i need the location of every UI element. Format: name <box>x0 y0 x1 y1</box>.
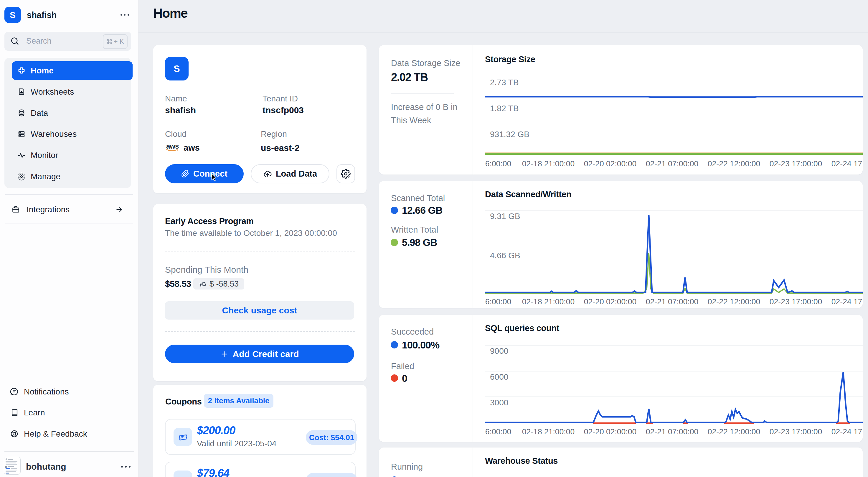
svg-text:9.31 GB: 9.31 GB <box>490 212 520 221</box>
svg-text:02-23 17:00:00: 02-23 17:00:00 <box>770 159 822 168</box>
svg-text:02-20 02:00:00: 02-20 02:00:00 <box>584 297 637 305</box>
svg-text:6:00:00: 6:00:00 <box>485 297 511 305</box>
svg-text:02-18 21:00:00: 02-18 21:00:00 <box>522 427 575 436</box>
svg-text:02-21 07:00:00: 02-21 07:00:00 <box>646 427 698 436</box>
svg-text:1.82 TB: 1.82 TB <box>490 104 519 113</box>
svg-text:02-22 12:00:00: 02-22 12:00:00 <box>708 427 760 436</box>
svg-text:02-18 21:00:00: 02-18 21:00:00 <box>522 159 575 168</box>
svg-text:02-24 17:00:00: 02-24 17:00:00 <box>832 427 863 436</box>
svg-text:02-24 17:00:00: 02-24 17:00:00 <box>832 297 863 305</box>
svg-text:4.66 GB: 4.66 GB <box>490 251 520 260</box>
svg-text:02-23 17:00:00: 02-23 17:00:00 <box>770 427 822 436</box>
svg-text:02-20 02:00:00: 02-20 02:00:00 <box>584 159 637 168</box>
svg-text:6:00:00: 6:00:00 <box>485 159 511 168</box>
svg-text:6:00:00: 6:00:00 <box>485 427 511 436</box>
svg-text:9000: 9000 <box>490 347 508 356</box>
svg-text:3000: 3000 <box>490 398 508 407</box>
svg-text:02-18 21:00:00: 02-18 21:00:00 <box>522 297 575 305</box>
svg-text:02-23 17:00:00: 02-23 17:00:00 <box>770 297 822 305</box>
svg-text:931.32 GB: 931.32 GB <box>490 130 529 139</box>
svg-text:02-20 02:00:00: 02-20 02:00:00 <box>584 427 637 436</box>
svg-text:02-21 07:00:00: 02-21 07:00:00 <box>646 159 698 168</box>
svg-text:02-22 12:00:00: 02-22 12:00:00 <box>708 297 760 305</box>
svg-text:2.73 TB: 2.73 TB <box>490 78 519 87</box>
svg-text:02-21 07:00:00: 02-21 07:00:00 <box>646 297 698 305</box>
svg-text:02-24 17:00:00: 02-24 17:00:00 <box>832 159 863 168</box>
svg-text:02-22 12:00:00: 02-22 12:00:00 <box>708 159 760 168</box>
svg-text:6000: 6000 <box>490 372 508 382</box>
